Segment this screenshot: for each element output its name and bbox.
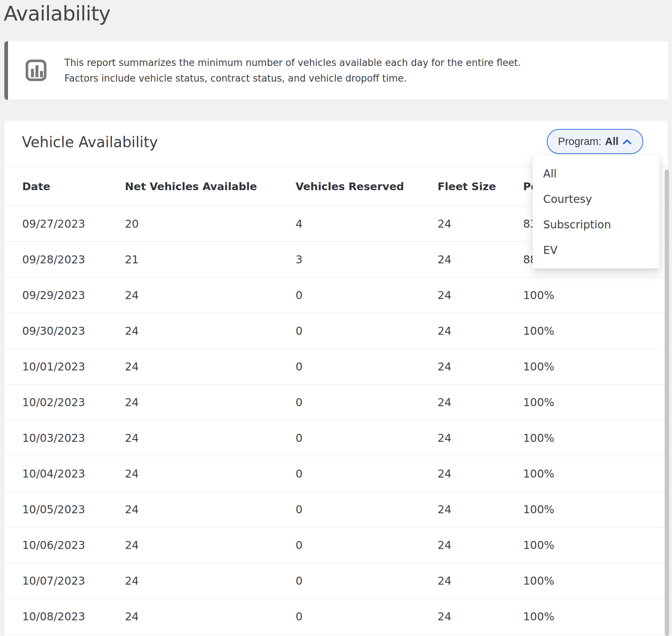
column-header: Date xyxy=(22,167,50,206)
table-cell: 0 xyxy=(296,456,303,491)
dropdown-option-subscription[interactable]: Subscription xyxy=(533,212,660,237)
dropdown-option-all[interactable]: All xyxy=(533,161,660,186)
table-row: 09/29/202324024100% xyxy=(4,278,668,313)
table-cell: 24 xyxy=(438,527,451,563)
table-cell: 24 xyxy=(438,206,451,242)
table-row: 10/01/202324024100% xyxy=(4,349,668,385)
table-cell: 24 xyxy=(438,313,451,349)
program-filter-label: Program: xyxy=(558,136,601,148)
table-cell: 100% xyxy=(523,492,554,527)
program-dropdown-menu: AllCourtesySubscriptionEV xyxy=(533,155,660,268)
table-cell: 4 xyxy=(296,206,303,242)
table-cell: 100% xyxy=(523,527,554,563)
table-cell: 0 xyxy=(296,385,303,420)
table-cell: 09/27/2023 xyxy=(22,206,85,242)
table-cell: 24 xyxy=(438,563,451,598)
table-cell: 10/04/2023 xyxy=(22,456,85,491)
table-cell: 24 xyxy=(438,456,451,491)
table-cell: 24 xyxy=(438,242,451,277)
table-cell: 21 xyxy=(125,242,139,277)
table-cell: 24 xyxy=(125,278,139,313)
column-header: Vehicles Reserved xyxy=(296,167,404,206)
dropdown-option-ev[interactable]: EV xyxy=(533,237,660,263)
table-cell: 24 xyxy=(125,599,139,634)
table-cell: 24 xyxy=(438,385,451,420)
column-header: Net Vehicles Available xyxy=(125,167,257,206)
dropdown-option-courtesy[interactable]: Courtesy xyxy=(533,186,660,212)
table-cell: 100% xyxy=(523,456,554,491)
table-row: 10/08/202324024100% xyxy=(4,599,668,635)
table-cell: 09/30/2023 xyxy=(22,313,85,349)
table-cell: 0 xyxy=(296,420,303,456)
table-cell: 0 xyxy=(296,599,303,634)
banner-line-2: Factors include vehicle status, contract… xyxy=(64,71,521,86)
table-cell: 24 xyxy=(125,563,139,598)
table-cell: 24 xyxy=(438,492,451,527)
table-cell: 10/01/2023 xyxy=(22,349,85,384)
table-cell: 24 xyxy=(438,278,451,313)
table-row: 10/05/202324024100% xyxy=(4,492,668,527)
table-cell: 09/28/2023 xyxy=(22,242,85,277)
vertical-scrollbar[interactable] xyxy=(665,169,669,636)
table-cell: 10/02/2023 xyxy=(22,385,85,420)
table-cell: 100% xyxy=(523,420,554,456)
table-cell: 10/03/2023 xyxy=(22,420,85,456)
chevron-up-icon xyxy=(622,138,632,145)
table-cell: 24 xyxy=(438,349,451,384)
program-filter-value: All xyxy=(605,136,618,148)
table-cell: 0 xyxy=(296,563,303,598)
table-row: 10/06/202324024100% xyxy=(4,527,668,563)
screen: Availability This report summarizes the … xyxy=(0,0,672,636)
table-cell: 24 xyxy=(125,527,139,563)
table-cell: 24 xyxy=(125,313,139,349)
table-cell: 100% xyxy=(523,349,554,384)
table-cell: 10/08/2023 xyxy=(22,599,85,634)
card-title: Vehicle Availability xyxy=(22,134,158,150)
table-cell: 10/06/2023 xyxy=(22,527,85,563)
table-row: 10/04/202324024100% xyxy=(4,456,668,492)
table-row: 10/03/202324024100% xyxy=(4,420,668,456)
table-cell: 0 xyxy=(296,278,303,313)
table-cell: 100% xyxy=(523,313,554,349)
table-cell: 24 xyxy=(125,492,139,527)
table-cell: 100% xyxy=(523,563,554,598)
table-row: 10/02/202324024100% xyxy=(4,385,668,420)
table-cell: 24 xyxy=(125,456,139,491)
table-cell: 24 xyxy=(438,599,451,634)
table-cell: 3 xyxy=(296,242,303,277)
banner-accent-bar xyxy=(4,41,8,100)
table-cell: 0 xyxy=(296,349,303,384)
page-title: Availability xyxy=(4,1,110,25)
banner-line-1: This report summarizes the minimum numbe… xyxy=(64,55,521,71)
table-cell: 0 xyxy=(296,527,303,563)
table-cell: 100% xyxy=(523,278,554,313)
table-row: 09/30/202324024100% xyxy=(4,313,668,349)
bar-chart-icon xyxy=(25,59,47,81)
table-cell: 0 xyxy=(296,492,303,527)
table-cell: 20 xyxy=(125,206,139,242)
table-cell: 100% xyxy=(523,599,554,634)
table-cell: 09/29/2023 xyxy=(22,278,85,313)
table-cell: 100% xyxy=(523,385,554,420)
table-cell: 10/05/2023 xyxy=(22,492,85,527)
table-row: 10/07/202324024100% xyxy=(4,563,668,599)
table-cell: 24 xyxy=(125,385,139,420)
table-body: 09/27/2023204248309/28/2023213248809/29/… xyxy=(4,206,668,635)
column-header: Fleet Size xyxy=(438,167,496,206)
table-cell: 24 xyxy=(125,420,139,456)
table-cell: 10/07/2023 xyxy=(22,563,85,598)
report-info-banner: This report summarizes the minimum numbe… xyxy=(4,41,668,100)
table-cell: 24 xyxy=(125,349,139,384)
program-filter-button[interactable]: Program: All xyxy=(547,129,643,154)
banner-description: This report summarizes the minimum numbe… xyxy=(64,55,521,86)
table-cell: 24 xyxy=(438,420,451,456)
table-cell: 0 xyxy=(296,313,303,349)
